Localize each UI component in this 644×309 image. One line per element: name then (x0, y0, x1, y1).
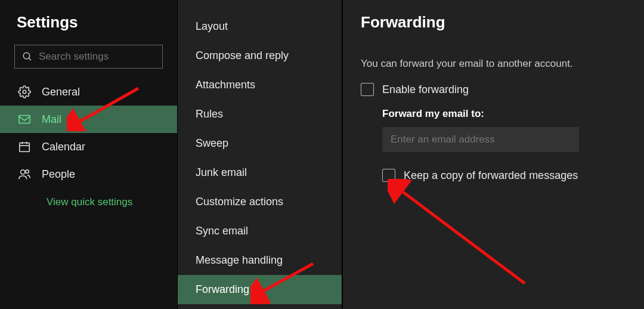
sidebar-item-label: General (42, 86, 80, 98)
subnav-item-rules[interactable]: Rules (178, 100, 342, 129)
subnav-item-attachments[interactable]: Attachments (178, 70, 342, 100)
svg-rect-4 (20, 143, 30, 152)
page-title: Forwarding (361, 13, 626, 32)
sidebar-item-calendar[interactable]: Calendar (0, 133, 177, 160)
sidebar-item-label: Calendar (42, 141, 85, 153)
subnav-item-sync-email[interactable]: Sync email (178, 217, 342, 246)
subnav-item-forwarding[interactable]: Forwarding (178, 275, 342, 304)
search-icon (22, 51, 33, 62)
subnav-item-customize-actions[interactable]: Customize actions (178, 187, 342, 217)
enable-forwarding-checkbox[interactable] (361, 83, 374, 96)
svg-line-1 (29, 58, 31, 60)
mail-icon (18, 113, 31, 126)
forwarding-panel: Forwarding You can forward your email to… (342, 0, 644, 309)
calendar-icon (18, 140, 31, 153)
sidebar-item-people[interactable]: People (0, 160, 177, 188)
sidebar-item-label: Mail (42, 113, 61, 126)
enable-forwarding-label: Enable forwarding (382, 84, 469, 96)
keep-copy-label: Keep a copy of forwarded messages (404, 169, 578, 182)
enable-forwarding-row[interactable]: Enable forwarding (361, 83, 626, 96)
forward-to-input[interactable] (382, 127, 579, 152)
subnav-item-layout[interactable]: Layout (178, 12, 342, 41)
mail-subnav: Layout Compose and reply Attachments Rul… (178, 0, 342, 309)
svg-point-11 (21, 170, 25, 174)
svg-rect-3 (19, 116, 30, 123)
subnav-item-message-handling[interactable]: Message handling (178, 246, 342, 275)
view-quick-settings-link[interactable]: View quick settings (0, 188, 177, 217)
settings-sidebar: Settings General (0, 0, 178, 309)
page-description: You can forward your email to another ac… (361, 58, 626, 70)
svg-point-12 (26, 170, 29, 174)
sidebar-item-label: People (42, 168, 75, 181)
subnav-item-junk-email[interactable]: Junk email (178, 158, 342, 187)
forward-to-label: Forward my email to: (382, 108, 626, 120)
sidebar-item-mail[interactable]: Mail (0, 106, 177, 133)
people-icon (18, 168, 31, 181)
subnav-item-sweep[interactable]: Sweep (178, 129, 342, 158)
gear-icon (18, 85, 31, 98)
sidebar-item-general[interactable]: General (0, 78, 177, 106)
settings-title: Settings (0, 13, 177, 45)
search-settings-box[interactable] (14, 45, 163, 69)
svg-point-2 (23, 90, 26, 94)
keep-copy-checkbox[interactable] (382, 169, 395, 182)
search-input[interactable] (39, 51, 165, 63)
svg-point-0 (23, 52, 30, 59)
subnav-item-compose-reply[interactable]: Compose and reply (178, 41, 342, 70)
keep-copy-row[interactable]: Keep a copy of forwarded messages (382, 169, 626, 182)
